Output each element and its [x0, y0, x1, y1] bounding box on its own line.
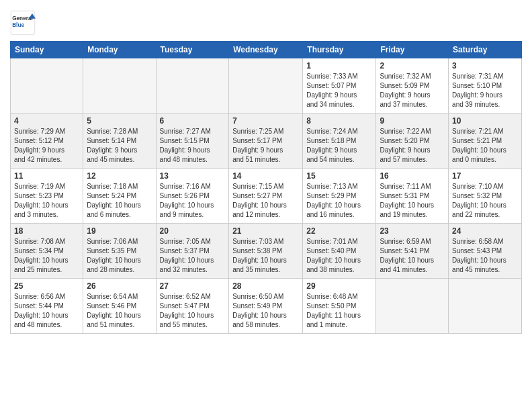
- day-number: 19: [87, 226, 152, 236]
- calendar-cell: 7Sunrise: 7:25 AM Sunset: 5:17 PM Daylig…: [229, 113, 303, 169]
- day-number: 27: [160, 281, 226, 291]
- day-number: 10: [452, 116, 518, 126]
- day-number: 28: [232, 281, 299, 291]
- day-info: Sunrise: 7:08 AM Sunset: 5:34 PM Dayligh…: [14, 237, 79, 275]
- day-number: 7: [232, 116, 299, 126]
- day-number: 1: [306, 61, 372, 71]
- calendar-cell: 13Sunrise: 7:16 AM Sunset: 5:26 PM Dayli…: [156, 169, 229, 224]
- day-number: 22: [306, 226, 372, 236]
- calendar-cell: 18Sunrise: 7:08 AM Sunset: 5:34 PM Dayli…: [11, 224, 83, 279]
- calendar-cell: 26Sunrise: 6:54 AM Sunset: 5:46 PM Dayli…: [83, 279, 156, 334]
- calendar-cell: 19Sunrise: 7:06 AM Sunset: 5:35 PM Dayli…: [83, 224, 156, 279]
- day-number: 17: [452, 171, 518, 181]
- day-number: 16: [380, 171, 445, 181]
- day-info: Sunrise: 7:13 AM Sunset: 5:29 PM Dayligh…: [306, 182, 372, 220]
- logo-icon: General Blue: [10, 10, 36, 36]
- day-info: Sunrise: 7:27 AM Sunset: 5:15 PM Dayligh…: [160, 127, 226, 165]
- day-number: 14: [232, 171, 299, 181]
- calendar-cell: 20Sunrise: 7:05 AM Sunset: 5:37 PM Dayli…: [156, 224, 229, 279]
- calendar-cell: 1Sunrise: 7:33 AM Sunset: 5:07 PM Daylig…: [303, 58, 376, 113]
- weekday-header-tuesday: Tuesday: [156, 42, 229, 58]
- day-number: 29: [306, 281, 372, 291]
- calendar-cell: 23Sunrise: 6:59 AM Sunset: 5:41 PM Dayli…: [376, 224, 449, 279]
- day-number: 20: [160, 226, 226, 236]
- day-number: 13: [160, 171, 226, 181]
- weekday-header-friday: Friday: [376, 42, 449, 58]
- calendar-cell: 4Sunrise: 7:29 AM Sunset: 5:12 PM Daylig…: [11, 113, 83, 169]
- calendar-cell: [156, 58, 229, 113]
- day-number: 8: [306, 116, 372, 126]
- day-number: 6: [160, 116, 226, 126]
- day-info: Sunrise: 7:10 AM Sunset: 5:32 PM Dayligh…: [452, 182, 518, 220]
- calendar-cell: 8Sunrise: 7:24 AM Sunset: 5:18 PM Daylig…: [303, 113, 376, 169]
- day-info: Sunrise: 7:28 AM Sunset: 5:14 PM Dayligh…: [87, 127, 152, 165]
- day-number: 18: [14, 226, 79, 236]
- day-info: Sunrise: 6:52 AM Sunset: 5:47 PM Dayligh…: [160, 292, 226, 330]
- calendar-cell: 16Sunrise: 7:11 AM Sunset: 5:31 PM Dayli…: [376, 169, 449, 224]
- calendar-cell: [83, 58, 156, 113]
- day-number: 26: [87, 281, 152, 291]
- calendar-cell: [11, 58, 83, 113]
- calendar-cell: 22Sunrise: 7:01 AM Sunset: 5:40 PM Dayli…: [303, 224, 376, 279]
- day-number: 15: [306, 171, 372, 181]
- weekday-header-wednesday: Wednesday: [229, 42, 303, 58]
- day-number: 11: [14, 171, 79, 181]
- day-info: Sunrise: 7:05 AM Sunset: 5:37 PM Dayligh…: [160, 237, 226, 275]
- calendar-cell: [376, 279, 449, 334]
- day-info: Sunrise: 7:31 AM Sunset: 5:10 PM Dayligh…: [452, 72, 518, 109]
- day-number: 21: [232, 226, 299, 236]
- day-info: Sunrise: 7:03 AM Sunset: 5:38 PM Dayligh…: [232, 237, 299, 275]
- calendar: SundayMondayTuesdayWednesdayThursdayFrid…: [10, 41, 522, 334]
- calendar-cell: 5Sunrise: 7:28 AM Sunset: 5:14 PM Daylig…: [83, 113, 156, 169]
- day-number: 2: [380, 61, 445, 71]
- day-info: Sunrise: 7:24 AM Sunset: 5:18 PM Dayligh…: [306, 127, 372, 165]
- weekday-header-saturday: Saturday: [449, 42, 522, 58]
- day-info: Sunrise: 7:19 AM Sunset: 5:23 PM Dayligh…: [14, 182, 79, 220]
- day-info: Sunrise: 7:25 AM Sunset: 5:17 PM Dayligh…: [232, 127, 299, 165]
- logo: General Blue: [10, 10, 36, 36]
- header: General Blue: [10, 10, 522, 36]
- weekday-header-sunday: Sunday: [11, 42, 83, 58]
- day-info: Sunrise: 7:33 AM Sunset: 5:07 PM Dayligh…: [306, 72, 372, 109]
- calendar-cell: 17Sunrise: 7:10 AM Sunset: 5:32 PM Dayli…: [449, 169, 522, 224]
- day-info: Sunrise: 7:11 AM Sunset: 5:31 PM Dayligh…: [380, 182, 445, 220]
- calendar-cell: 29Sunrise: 6:48 AM Sunset: 5:50 PM Dayli…: [303, 279, 376, 334]
- calendar-cell: 14Sunrise: 7:15 AM Sunset: 5:27 PM Dayli…: [229, 169, 303, 224]
- day-info: Sunrise: 7:29 AM Sunset: 5:12 PM Dayligh…: [14, 127, 79, 165]
- day-number: 24: [452, 226, 518, 236]
- day-info: Sunrise: 7:01 AM Sunset: 5:40 PM Dayligh…: [306, 237, 372, 275]
- logo-area: General Blue: [10, 10, 36, 36]
- day-info: Sunrise: 6:54 AM Sunset: 5:46 PM Dayligh…: [87, 292, 152, 330]
- day-number: 9: [380, 116, 445, 126]
- weekday-header-thursday: Thursday: [303, 42, 376, 58]
- calendar-cell: [229, 58, 303, 113]
- calendar-cell: 21Sunrise: 7:03 AM Sunset: 5:38 PM Dayli…: [229, 224, 303, 279]
- day-info: Sunrise: 7:06 AM Sunset: 5:35 PM Dayligh…: [87, 237, 152, 275]
- calendar-cell: 28Sunrise: 6:50 AM Sunset: 5:49 PM Dayli…: [229, 279, 303, 334]
- calendar-cell: 25Sunrise: 6:56 AM Sunset: 5:44 PM Dayli…: [11, 279, 83, 334]
- day-info: Sunrise: 6:59 AM Sunset: 5:41 PM Dayligh…: [380, 237, 445, 275]
- svg-text:General: General: [12, 15, 33, 21]
- calendar-cell: 10Sunrise: 7:21 AM Sunset: 5:21 PM Dayli…: [449, 113, 522, 169]
- day-info: Sunrise: 7:22 AM Sunset: 5:20 PM Dayligh…: [380, 127, 445, 165]
- day-number: 3: [452, 61, 518, 71]
- day-info: Sunrise: 7:32 AM Sunset: 5:09 PM Dayligh…: [380, 72, 445, 109]
- day-number: 25: [14, 281, 79, 291]
- calendar-cell: 24Sunrise: 6:58 AM Sunset: 5:43 PM Dayli…: [449, 224, 522, 279]
- day-info: Sunrise: 7:16 AM Sunset: 5:26 PM Dayligh…: [160, 182, 226, 220]
- day-info: Sunrise: 6:50 AM Sunset: 5:49 PM Dayligh…: [232, 292, 299, 330]
- day-number: 12: [87, 171, 152, 181]
- calendar-cell: [449, 279, 522, 334]
- day-number: 4: [14, 116, 79, 126]
- page: General Blue SundayMondayTuesdayWednesda…: [0, 0, 532, 411]
- weekday-header-monday: Monday: [83, 42, 156, 58]
- day-info: Sunrise: 7:18 AM Sunset: 5:24 PM Dayligh…: [87, 182, 152, 220]
- day-info: Sunrise: 7:15 AM Sunset: 5:27 PM Dayligh…: [232, 182, 299, 220]
- calendar-cell: 15Sunrise: 7:13 AM Sunset: 5:29 PM Dayli…: [303, 169, 376, 224]
- calendar-cell: 3Sunrise: 7:31 AM Sunset: 5:10 PM Daylig…: [449, 58, 522, 113]
- calendar-cell: 2Sunrise: 7:32 AM Sunset: 5:09 PM Daylig…: [376, 58, 449, 113]
- calendar-cell: 9Sunrise: 7:22 AM Sunset: 5:20 PM Daylig…: [376, 113, 449, 169]
- day-info: Sunrise: 7:21 AM Sunset: 5:21 PM Dayligh…: [452, 127, 518, 165]
- day-number: 23: [380, 226, 445, 236]
- day-info: Sunrise: 6:56 AM Sunset: 5:44 PM Dayligh…: [14, 292, 79, 330]
